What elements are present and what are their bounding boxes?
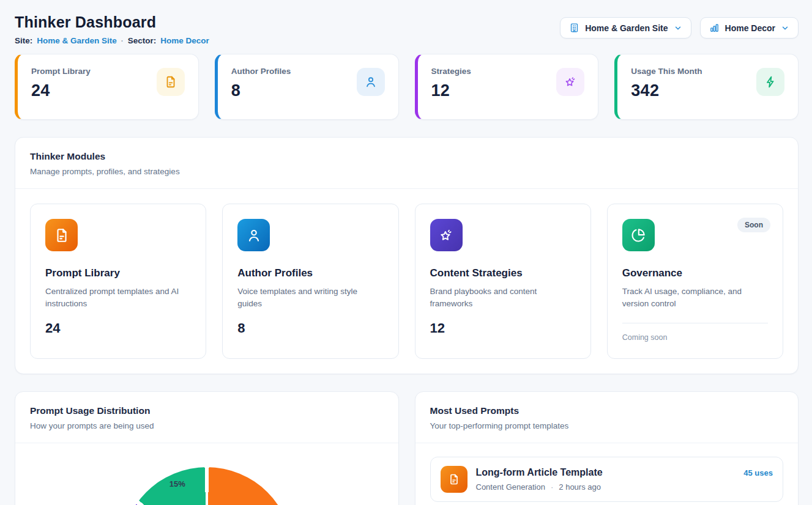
module-description: Brand playbooks and content frameworks [430, 286, 576, 311]
section-title: Thinker Modules [30, 151, 783, 162]
stat-label: Prompt Library [31, 67, 91, 76]
stats-row: Prompt Library 24 Author Profiles 8 Stra… [15, 54, 799, 120]
module-card-governance: Soon Governance Track AI usage, complian… [607, 204, 783, 359]
sector-selector-button[interactable]: Home Decor [700, 17, 799, 39]
stat-label: Author Profiles [231, 67, 291, 76]
bottom-row: Prompt Usage Distribution How your promp… [15, 391, 799, 505]
document-icon [45, 219, 78, 251]
document-icon [441, 466, 467, 493]
sector-selector-value: Home Decor [725, 23, 775, 33]
prompt-time: 2 hours ago [559, 482, 601, 492]
sector-label: Sector: [128, 36, 157, 45]
module-count: 12 [430, 320, 576, 336]
separator-dot: · [551, 482, 553, 492]
section-title: Most Used Prompts [430, 405, 784, 416]
module-card-prompt-library[interactable]: Prompt Library Centralized prompt templa… [30, 204, 206, 359]
pie-chart-icon [622, 219, 655, 251]
modules-grid: Prompt Library Centralized prompt templa… [15, 189, 798, 374]
module-description: Voice templates and writing style guides [237, 286, 383, 311]
sector-link[interactable]: Home Decor [160, 36, 209, 45]
site-label: Site: [15, 36, 32, 45]
star-icon [430, 219, 463, 251]
header: Thinker Dashboard Site: Home & Garden Si… [15, 13, 799, 45]
module-description: Centralized prompt templates and AI inst… [45, 286, 191, 311]
module-title: Content Strategies [430, 267, 576, 279]
stat-value: 24 [31, 81, 91, 100]
stat-value: 12 [431, 81, 471, 100]
prompt-name: Long-form Article Template [476, 467, 736, 478]
section-subtitle: How your prompts are being used [30, 421, 384, 430]
user-icon [237, 219, 270, 251]
module-title: Governance [622, 267, 768, 279]
module-title: Prompt Library [45, 267, 191, 279]
module-card-author-profiles[interactable]: Author Profiles Voice templates and writ… [222, 204, 398, 359]
usage-card-header: Prompt Usage Distribution How your promp… [15, 392, 398, 443]
separator-dot: · [121, 37, 124, 45]
module-count: 24 [45, 320, 191, 336]
breadcrumb: Site: Home & Garden Site · Sector: Home … [15, 36, 209, 45]
user-icon [357, 68, 385, 96]
page-title: Thinker Dashboard [15, 13, 209, 31]
list-item[interactable]: Long-form Article Template Content Gener… [430, 457, 784, 502]
stat-card-author-profiles: Author Profiles 8 [215, 54, 399, 120]
module-card-content-strategies[interactable]: Content Strategies Brand playbooks and c… [415, 204, 591, 359]
stat-value: 342 [631, 81, 702, 100]
dashboard-page: Thinker Dashboard Site: Home & Garden Si… [0, 0, 812, 505]
usage-distribution-card: Prompt Usage Distribution How your promp… [15, 391, 399, 505]
most-used-card-header: Most Used Prompts Your top-performing pr… [415, 392, 799, 443]
modules-section-header: Thinker Modules Manage prompts, profiles… [15, 138, 798, 189]
divider [622, 323, 768, 323]
prompt-uses-count: 45 uses [743, 468, 773, 477]
stat-card-usage: Usage This Month 342 [614, 54, 799, 120]
bolt-icon [756, 68, 784, 96]
site-link[interactable]: Home & Garden Site [37, 36, 117, 45]
donut-chart: 15% [121, 467, 292, 505]
most-used-prompts-card: Most Used Prompts Your top-performing pr… [415, 391, 799, 505]
stat-label: Usage This Month [631, 67, 702, 76]
module-title: Author Profiles [237, 267, 383, 279]
modules-section: Thinker Modules Manage prompts, profiles… [15, 137, 799, 374]
donut-slice-label: 15% [169, 479, 185, 488]
star-icon [556, 68, 584, 96]
header-selectors: Home & Garden Site Home Decor [560, 17, 799, 39]
document-icon [157, 68, 185, 96]
prompt-category: Content Generation [476, 482, 545, 492]
stat-card-prompt-library: Prompt Library 24 [15, 54, 199, 120]
donut-chart-area: 15% [15, 443, 398, 505]
site-selector-button[interactable]: Home & Garden Site [560, 17, 691, 39]
section-title: Prompt Usage Distribution [30, 405, 384, 416]
building-icon [569, 23, 579, 33]
section-subtitle: Your top-performing prompt templates [430, 421, 784, 430]
site-selector-value: Home & Garden Site [585, 23, 668, 33]
stat-value: 8 [231, 81, 291, 100]
stat-card-strategies: Strategies 12 [415, 54, 599, 120]
header-left: Thinker Dashboard Site: Home & Garden Si… [15, 13, 209, 45]
module-count: 8 [237, 320, 383, 336]
chevron-down-icon [674, 24, 682, 32]
stat-label: Strategies [431, 67, 471, 76]
section-subtitle: Manage prompts, profiles, and strategies [30, 167, 783, 176]
bar-chart-icon [709, 23, 720, 33]
prompt-list: Long-form Article Template Content Gener… [415, 443, 799, 505]
module-description: Track AI usage, compliance, and version … [622, 286, 768, 311]
module-footer: Coming soon [622, 333, 768, 342]
chevron-down-icon [781, 24, 789, 32]
soon-badge: Soon [737, 218, 770, 232]
